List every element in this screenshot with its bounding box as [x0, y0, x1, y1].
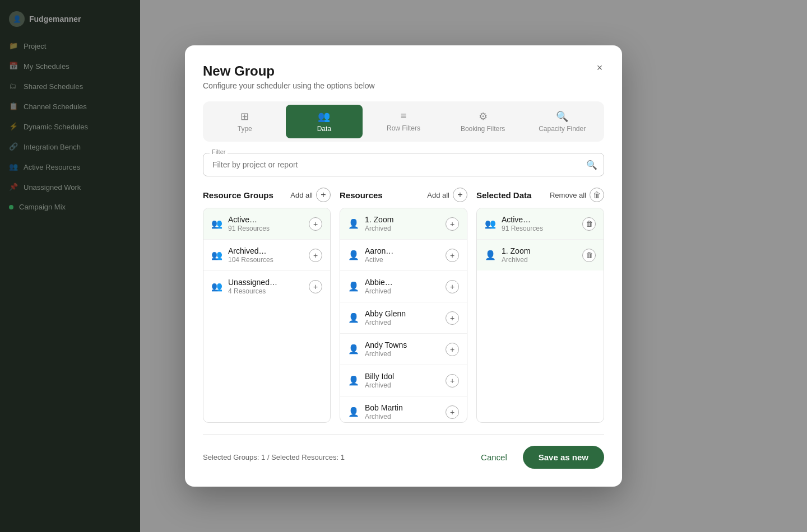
resources-title: Resources [340, 190, 383, 200]
list-item-sub: Archived [365, 350, 440, 358]
list-item-info: Andy Towns Archived [365, 340, 440, 358]
list-item-sub: 104 Resources [228, 256, 303, 264]
list-item[interactable]: 👥 Active… 91 Resources 🗑 [477, 208, 604, 240]
remove-item-button[interactable]: 🗑 [582, 249, 596, 262]
list-item[interactable]: 👤 Billy Idol Archived + [340, 365, 467, 396]
person-icon: 👤 [348, 407, 359, 417]
list-item-sub: 4 Resources [228, 287, 303, 295]
resource-groups-column: Resource Groups Add all + 👥 Active… 91 R… [203, 188, 331, 423]
person-icon: 👤 [348, 218, 359, 229]
add-item-button[interactable]: + [309, 249, 322, 262]
step-capacity-finder[interactable]: 🔍 Capacity Finder [523, 105, 601, 138]
booking-filters-icon: ⚙ [479, 110, 488, 123]
data-icon: 👥 [318, 110, 330, 123]
list-item-sub: Archived [365, 225, 440, 232]
list-item-name: Unassigned… [228, 278, 303, 287]
selection-status: Selected Groups: 1 / Selected Resources:… [203, 453, 345, 461]
step-type[interactable]: ⊞ Type [206, 105, 284, 138]
row-filters-icon: ≡ [401, 110, 407, 122]
list-item-info: Active… 91 Resources [502, 215, 577, 232]
add-item-button[interactable]: + [446, 374, 459, 388]
list-item-name: Abbie… [365, 278, 440, 287]
list-item[interactable]: 👤 Andy Towns Archived + [340, 334, 467, 365]
list-item-info: Aaron… Active [365, 246, 440, 264]
search-icon: 🔍 [586, 160, 597, 170]
add-item-button[interactable]: + [446, 311, 459, 325]
cancel-button[interactable]: Cancel [472, 447, 516, 468]
person-icon: 👤 [348, 250, 359, 260]
group-icon: 👥 [211, 281, 222, 292]
group-icon: 👥 [211, 218, 222, 229]
list-item-name: Aaron… [365, 246, 440, 255]
close-button[interactable]: × [591, 59, 609, 77]
list-item-info: 1. Zoom Archived [502, 246, 577, 264]
capacity-finder-icon: 🔍 [556, 110, 568, 123]
list-item-name: Andy Towns [365, 340, 440, 349]
add-all-resources-button[interactable]: + [453, 188, 467, 202]
list-item[interactable]: 👤 1. Zoom Archived + [340, 208, 467, 240]
add-all-resources-label: Add all [427, 191, 449, 199]
step-type-label: Type [238, 125, 252, 133]
step-booking-filters[interactable]: ⚙ Booking Filters [444, 105, 522, 138]
list-item-sub: Archived [502, 256, 577, 264]
list-item-info: 1. Zoom Archived [365, 215, 440, 232]
list-item-sub: Archived [365, 319, 440, 326]
list-item-info: Abbie… Archived [365, 278, 440, 295]
person-icon: 👤 [485, 250, 496, 260]
list-item-name: Archived… [228, 246, 303, 255]
selected-data-column: Selected Data Remove all 🗑 👥 Active… 91 … [476, 188, 604, 423]
add-item-button[interactable]: + [446, 405, 459, 419]
list-item-name: Bob Martin [365, 403, 440, 412]
list-item[interactable]: 👤 Abby Glenn Archived + [340, 302, 467, 334]
filter-label: Filter [210, 148, 228, 155]
selected-data-title: Selected Data [476, 190, 531, 200]
list-item[interactable]: 👥 Active… 91 Resources + [203, 208, 330, 240]
add-all-groups-action[interactable]: Add all + [290, 188, 331, 202]
resource-groups-title: Resource Groups [203, 190, 273, 200]
group-icon: 👥 [211, 250, 222, 260]
remove-item-button[interactable]: 🗑 [582, 217, 596, 231]
save-as-new-button[interactable]: Save as new [523, 446, 604, 469]
resources-header: Resources Add all + [340, 188, 467, 202]
footer-buttons: Cancel Save as new [472, 446, 604, 469]
add-all-resources-action[interactable]: Add all + [427, 188, 467, 202]
list-item[interactable]: 👥 Archived… 104 Resources + [203, 240, 330, 271]
modal-overlay: New Group Configure your scheduler using… [0, 0, 807, 532]
add-all-groups-button[interactable]: + [316, 188, 331, 202]
add-item-button[interactable]: + [446, 249, 459, 262]
add-item-button[interactable]: + [309, 280, 322, 293]
list-item[interactable]: 👤 Abbie… Archived + [340, 271, 467, 302]
list-item-sub: Archived [365, 413, 440, 421]
list-item[interactable]: 👤 Aaron… Active + [340, 240, 467, 271]
list-item-name: Active… [228, 215, 303, 224]
modal-subtitle: Configure your scheduler using the optio… [203, 81, 604, 90]
filter-container: Filter 🔍 [203, 153, 604, 176]
group-icon: 👥 [485, 218, 496, 229]
step-data[interactable]: 👥 Data [286, 105, 363, 138]
list-item-name: 1. Zoom [502, 246, 577, 255]
list-item[interactable]: 👤 1. Zoom Archived 🗑 [477, 240, 604, 270]
list-item-info: Billy Idol Archived [365, 372, 440, 389]
list-item-name: Abby Glenn [365, 309, 440, 318]
type-icon: ⊞ [240, 110, 249, 123]
add-item-button[interactable]: + [309, 217, 322, 231]
list-item-name: Billy Idol [365, 372, 440, 381]
selected-data-list: 👥 Active… 91 Resources 🗑 👤 1. Zoom Archi… [476, 208, 604, 423]
remove-all-action[interactable]: Remove all 🗑 [550, 188, 604, 202]
selected-data-header: Selected Data Remove all 🗑 [476, 188, 604, 202]
filter-input[interactable] [203, 153, 604, 176]
step-row-filters[interactable]: ≡ Row Filters [365, 105, 442, 138]
add-item-button[interactable]: + [446, 343, 459, 356]
add-item-button[interactable]: + [446, 217, 459, 231]
list-item-info: Active… 91 Resources [228, 215, 303, 232]
add-all-groups-label: Add all [290, 191, 313, 199]
list-item-info: Abby Glenn Archived [365, 309, 440, 326]
list-item[interactable]: 👤 Bob Martin Archived + [340, 396, 467, 423]
list-item[interactable]: 👥 Unassigned… 4 Resources + [203, 271, 330, 302]
step-data-label: Data [317, 125, 331, 133]
remove-all-button[interactable]: 🗑 [590, 188, 604, 202]
add-item-button[interactable]: + [446, 280, 459, 293]
list-item-sub: 91 Resources [228, 225, 303, 232]
list-item-sub: 91 Resources [502, 225, 577, 232]
resources-column: Resources Add all + 👤 1. Zoom Archived + [340, 188, 467, 423]
